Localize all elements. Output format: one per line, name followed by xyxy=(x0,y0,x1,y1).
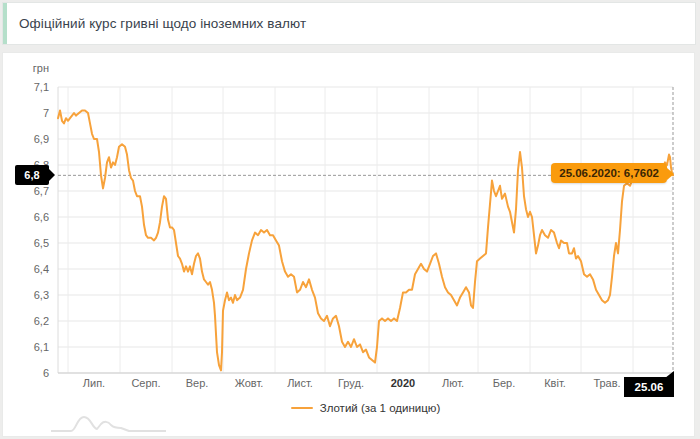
y-tick-label: 6 xyxy=(43,367,49,379)
exchange-rate-chart[interactable]: 7,176,96,86,76,66,56,46,36,26,16грнЛип.С… xyxy=(3,53,696,438)
y-tick-label: 6,1 xyxy=(34,341,49,353)
x-tick-label: Лют. xyxy=(442,377,464,389)
x-tick-label: 2020 xyxy=(391,377,415,389)
y-tick-label: 6,2 xyxy=(34,315,49,327)
chart-tooltip: 25.06.2020: 6,7602 xyxy=(551,163,667,183)
x-tick-label: Жовт. xyxy=(235,377,264,389)
page: Офіційний курс гривні щодо іноземних вал… xyxy=(0,0,700,439)
legend-series-label: Злотий (за 1 одиницю) xyxy=(320,402,441,414)
crosshair-y-value-label: 6,8 xyxy=(15,165,49,185)
x-tick-label: Серп. xyxy=(131,377,160,389)
x-tick-label: Груд. xyxy=(338,377,364,389)
y-tick-label: 6,3 xyxy=(34,289,49,301)
chart-panel: 7,176,96,86,76,66,56,46,36,26,16грнЛип.С… xyxy=(2,52,695,437)
y-tick-label: 6,9 xyxy=(34,133,49,145)
x-tick-label: Вер. xyxy=(186,377,209,389)
y-axis-title: грн xyxy=(33,62,49,74)
y-tick-label: 6,6 xyxy=(34,211,49,223)
x-tick-label: Лист. xyxy=(287,377,313,389)
y-tick-label: 6,7 xyxy=(34,185,49,197)
crosshair-x-date-label: 25.06 xyxy=(624,377,674,397)
y-tick-label: 7 xyxy=(43,107,49,119)
x-tick-label: Трав. xyxy=(593,377,620,389)
navigator-sparkline xyxy=(49,411,173,437)
legend-line-icon xyxy=(291,407,313,409)
y-tick-label: 7,1 xyxy=(34,81,49,93)
x-tick-label: Лип. xyxy=(83,377,105,389)
header-card: Офіційний курс гривні щодо іноземних вал… xyxy=(2,2,696,45)
x-tick-label: Квіт. xyxy=(544,377,566,389)
page-title: Офіційний курс гривні щодо іноземних вал… xyxy=(3,16,306,31)
x-tick-label: Бер. xyxy=(493,377,516,389)
y-tick-label: 6,5 xyxy=(34,237,49,249)
header-accent-bar xyxy=(3,3,7,44)
y-tick-label: 6,4 xyxy=(34,263,49,275)
